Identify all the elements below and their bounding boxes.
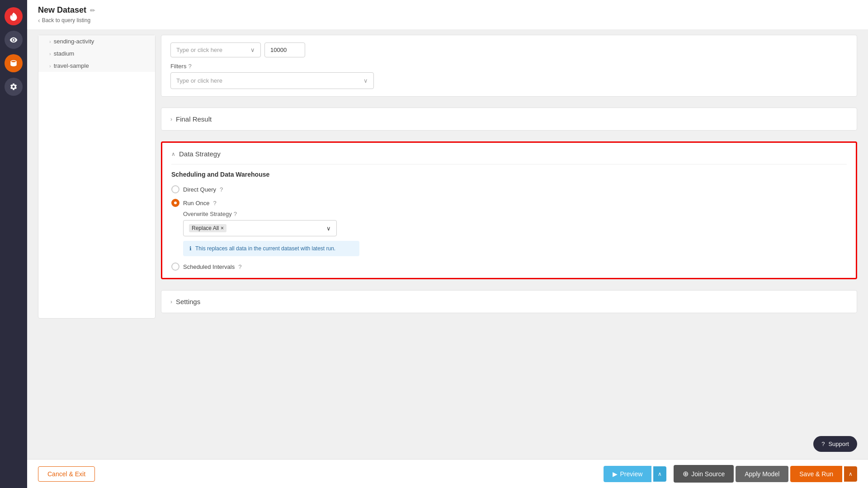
cancel-exit-button[interactable]: Cancel & Exit xyxy=(38,466,95,482)
top-header-area: New Dataset ✏ ‹ Back to query listing xyxy=(27,0,868,29)
radio-direct-query-help-icon[interactable]: ? xyxy=(220,186,223,193)
save-run-button[interactable]: Save & Run xyxy=(790,466,842,482)
type-select-chevron: ∨ xyxy=(250,47,255,53)
back-arrow-icon: ‹ xyxy=(38,17,40,24)
data-strategy-header[interactable]: ∧ Data Strategy xyxy=(171,150,847,158)
support-help-icon: ? xyxy=(821,441,825,447)
radio-scheduled-intervals-label: Scheduled Intervals xyxy=(183,263,235,270)
overwrite-tag: Replace All × xyxy=(189,224,226,232)
dataset-item-label-2: stadium xyxy=(54,50,75,57)
sidebar-icon-database[interactable] xyxy=(5,54,23,72)
info-box: ℹ This replaces all data in the current … xyxy=(183,241,359,256)
filters-text: Filters xyxy=(170,63,186,70)
dataset-list-panel: › sending-activity › stadium › travel-sa… xyxy=(38,35,156,319)
support-label: Support xyxy=(828,441,849,447)
sidebar-icon-settings[interactable] xyxy=(5,78,23,96)
preview-dropdown-button[interactable]: ∧ xyxy=(653,466,666,482)
settings-chevron-icon: › xyxy=(170,299,172,305)
edit-icon[interactable]: ✏ xyxy=(90,7,95,14)
dataset-item-label: sending-activity xyxy=(54,38,94,45)
scheduling-title: Scheduling and Data Warehouse xyxy=(171,171,847,178)
radio-direct-query[interactable]: Direct Query ? xyxy=(171,185,847,193)
radio-scheduled-intervals[interactable]: Scheduled Intervals ? xyxy=(171,263,847,271)
page-title: New Dataset xyxy=(38,5,86,15)
radio-run-once-label: Run Once xyxy=(183,200,210,206)
type-select-field[interactable]: Type or click here ∨ xyxy=(170,42,261,57)
radio-run-once-circle xyxy=(171,199,179,207)
data-strategy-section: ∧ Data Strategy Scheduling and Data Ware… xyxy=(161,141,857,279)
preview-label: Preview xyxy=(620,470,643,478)
back-row: ‹ Back to query listing xyxy=(38,17,857,29)
overwrite-close-icon[interactable]: × xyxy=(221,225,224,231)
preview-button[interactable]: ▶ Preview xyxy=(604,466,652,482)
scheduling-subsection: Scheduling and Data Warehouse Direct Que… xyxy=(171,171,847,271)
back-link[interactable]: Back to query listing xyxy=(42,17,90,23)
data-strategy-label: Data Strategy xyxy=(179,150,221,158)
radio-scheduled-intervals-help-icon[interactable]: ? xyxy=(238,263,241,270)
overwrite-label-text: Overwrite Strategy xyxy=(183,211,232,217)
filters-placeholder: Type or click here xyxy=(176,77,222,84)
filters-select-field[interactable]: Type or click here ∨ xyxy=(170,72,374,89)
final-result-section: › Final Result xyxy=(161,108,857,131)
overwrite-label-row: Overwrite Strategy ? xyxy=(183,211,847,217)
scroll-content: › sending-activity › stadium › travel-sa… xyxy=(27,29,868,488)
settings-label: Settings xyxy=(176,298,200,305)
item-arrow-icon: › xyxy=(49,39,51,44)
radio-run-once[interactable]: Run Once ? xyxy=(171,199,847,207)
apply-model-button[interactable]: Apply Model xyxy=(736,466,788,482)
select-number-row: Type or click here ∨ xyxy=(170,42,848,57)
dataset-item-label-3: travel-sample xyxy=(54,62,89,69)
sidebar xyxy=(0,0,27,488)
type-select-placeholder: Type or click here xyxy=(176,47,222,53)
support-button[interactable]: ? Support xyxy=(813,436,857,452)
data-strategy-chevron-up-icon: ∧ xyxy=(171,151,175,157)
item-arrow-icon-2: › xyxy=(49,51,51,56)
right-panel: Type or click here ∨ Filters ? Type or c… xyxy=(161,35,857,319)
info-icon: ℹ xyxy=(189,245,192,252)
item-arrow-icon-3: › xyxy=(49,63,51,69)
radio-run-once-help-icon[interactable]: ? xyxy=(213,200,217,206)
overwrite-select-field[interactable]: Replace All × ∨ xyxy=(183,220,337,236)
overwrite-section: Overwrite Strategy ? Replace All × ∨ xyxy=(183,211,847,256)
join-source-label: Join Source xyxy=(691,470,725,478)
info-message: This replaces all data in the current da… xyxy=(195,245,335,252)
overwrite-help-icon[interactable]: ? xyxy=(234,211,237,217)
dataset-item-sending-activity[interactable]: › sending-activity xyxy=(38,35,155,47)
sidebar-icon-eye[interactable] xyxy=(5,31,23,49)
filters-chevron-icon: ∨ xyxy=(363,77,368,84)
dataset-item-travel-sample[interactable]: › travel-sample xyxy=(38,60,155,72)
main-layout: › sending-activity › stadium › travel-sa… xyxy=(38,35,857,319)
join-source-button[interactable]: ⊕ Join Source xyxy=(674,465,734,483)
final-result-chevron-icon: › xyxy=(170,116,172,122)
sidebar-icon-fire[interactable] xyxy=(5,7,23,25)
save-run-chevron-up-icon: ∧ xyxy=(849,471,853,477)
final-result-header[interactable]: › Final Result xyxy=(170,115,848,123)
overwrite-select-chevron-icon: ∨ xyxy=(326,225,331,232)
save-run-dropdown-button[interactable]: ∧ xyxy=(844,466,857,482)
settings-header[interactable]: › Settings xyxy=(170,298,848,305)
settings-section: › Settings xyxy=(161,290,857,313)
preview-play-icon: ▶ xyxy=(613,470,618,478)
footer-toolbar: Cancel & Exit ▶ Preview ∧ ⊕ Join Source … xyxy=(27,459,868,488)
radio-direct-query-circle xyxy=(171,185,179,193)
radio-scheduled-intervals-circle xyxy=(171,263,179,271)
filters-help-icon[interactable]: ? xyxy=(188,63,191,70)
footer-right-buttons: ▶ Preview ∧ ⊕ Join Source Apply Model Sa… xyxy=(604,465,858,483)
number-input[interactable] xyxy=(264,42,305,57)
join-plus-icon: ⊕ xyxy=(683,469,689,478)
final-result-label: Final Result xyxy=(176,115,212,123)
overwrite-tag-text: Replace All xyxy=(192,225,219,231)
filters-label-row: Filters ? xyxy=(170,63,848,70)
main-content: New Dataset ✏ ‹ Back to query listing › … xyxy=(27,0,868,488)
dataset-item-stadium[interactable]: › stadium xyxy=(38,47,155,60)
preview-chevron-up-icon: ∧ xyxy=(658,471,662,477)
dataset-title-row: New Dataset ✏ xyxy=(38,5,857,17)
top-form-section: Type or click here ∨ Filters ? Type or c… xyxy=(161,35,857,97)
radio-direct-query-label: Direct Query xyxy=(183,186,216,193)
